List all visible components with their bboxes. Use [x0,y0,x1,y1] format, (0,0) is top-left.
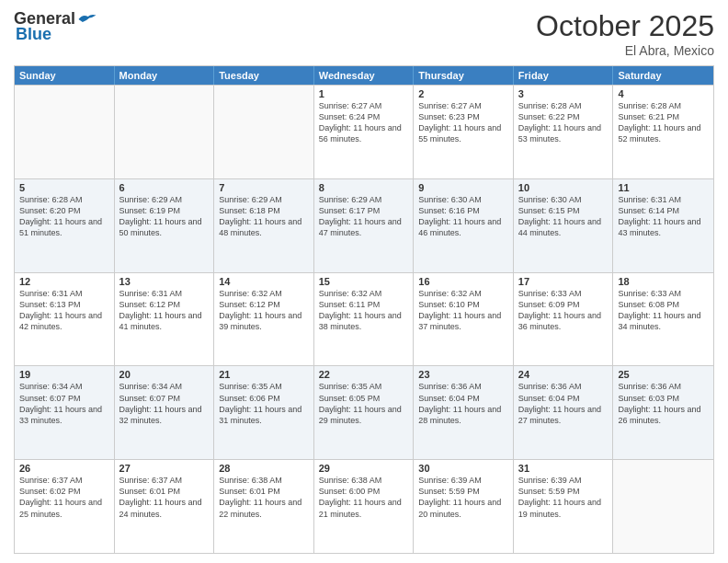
day-info: Sunrise: 6:38 AM Sunset: 6:01 PM Dayligh… [219,475,309,520]
day-info: Sunrise: 6:37 AM Sunset: 6:02 PM Dayligh… [19,475,109,520]
cal-cell-18: 18Sunrise: 6:33 AM Sunset: 6:08 PM Dayli… [613,273,713,366]
day-number: 27 [119,463,210,474]
day-number: 8 [319,182,409,193]
day-number: 14 [219,276,309,287]
cal-cell-27: 27Sunrise: 6:37 AM Sunset: 6:01 PM Dayli… [115,460,215,553]
cal-cell-26: 26Sunrise: 6:37 AM Sunset: 6:02 PM Dayli… [15,460,115,553]
cal-cell-14: 14Sunrise: 6:32 AM Sunset: 6:12 PM Dayli… [214,273,314,366]
calendar-row-1: 5Sunrise: 6:28 AM Sunset: 6:20 PM Daylig… [15,178,713,272]
header: General Blue October 2025 El Abra, Mexic… [14,9,714,58]
cal-cell-15: 15Sunrise: 6:32 AM Sunset: 6:11 PM Dayli… [314,273,415,366]
header-cell-monday: Monday [115,66,215,85]
cal-cell-13: 13Sunrise: 6:31 AM Sunset: 6:12 PM Dayli… [115,273,215,366]
day-number: 29 [319,463,409,474]
day-info: Sunrise: 6:36 AM Sunset: 6:04 PM Dayligh… [418,381,508,426]
day-info: Sunrise: 6:31 AM Sunset: 6:13 PM Dayligh… [19,288,109,333]
day-number: 10 [518,182,609,193]
cal-cell-1: 1Sunrise: 6:27 AM Sunset: 6:24 PM Daylig… [314,86,415,178]
day-info: Sunrise: 6:27 AM Sunset: 6:23 PM Dayligh… [418,100,508,145]
day-info: Sunrise: 6:31 AM Sunset: 6:14 PM Dayligh… [618,194,709,239]
day-number: 21 [219,369,309,380]
header-cell-thursday: Thursday [414,66,514,85]
day-info: Sunrise: 6:30 AM Sunset: 6:15 PM Dayligh… [518,194,609,239]
title-block: October 2025 El Abra, Mexico [536,9,714,58]
day-info: Sunrise: 6:29 AM Sunset: 6:19 PM Dayligh… [119,194,210,239]
day-info: Sunrise: 6:33 AM Sunset: 6:08 PM Dayligh… [618,288,709,333]
day-number: 5 [19,182,109,193]
day-info: Sunrise: 6:30 AM Sunset: 6:16 PM Dayligh… [418,194,508,239]
day-info: Sunrise: 6:28 AM Sunset: 6:21 PM Dayligh… [618,100,709,145]
day-number: 19 [19,369,109,380]
cal-cell-12: 12Sunrise: 6:31 AM Sunset: 6:13 PM Dayli… [15,273,115,366]
cal-cell-28: 28Sunrise: 6:38 AM Sunset: 6:01 PM Dayli… [214,460,314,553]
day-info: Sunrise: 6:28 AM Sunset: 6:22 PM Dayligh… [518,100,609,145]
day-number: 3 [518,88,609,99]
day-number: 31 [518,463,609,474]
day-number: 1 [319,88,409,99]
day-number: 28 [219,463,309,474]
day-info: Sunrise: 6:39 AM Sunset: 5:59 PM Dayligh… [518,475,609,520]
cal-cell-7: 7Sunrise: 6:29 AM Sunset: 6:18 PM Daylig… [214,179,314,272]
calendar-body: 1Sunrise: 6:27 AM Sunset: 6:24 PM Daylig… [15,85,713,553]
day-info: Sunrise: 6:32 AM Sunset: 6:11 PM Dayligh… [319,288,409,333]
cal-cell-empty-0-0 [15,86,115,178]
cal-cell-empty-0-2 [214,86,314,178]
day-info: Sunrise: 6:38 AM Sunset: 6:00 PM Dayligh… [319,475,409,520]
day-number: 25 [618,369,709,380]
cal-cell-2: 2Sunrise: 6:27 AM Sunset: 6:23 PM Daylig… [414,86,514,178]
day-number: 22 [319,369,409,380]
day-info: Sunrise: 6:29 AM Sunset: 6:17 PM Dayligh… [319,194,409,239]
day-info: Sunrise: 6:32 AM Sunset: 6:12 PM Dayligh… [219,288,309,333]
day-number: 9 [418,182,508,193]
day-number: 23 [418,369,508,380]
day-number: 24 [518,369,609,380]
cal-cell-16: 16Sunrise: 6:32 AM Sunset: 6:10 PM Dayli… [414,273,514,366]
logo-bird-icon [77,12,97,27]
page: General Blue October 2025 El Abra, Mexic… [0,0,728,563]
location: El Abra, Mexico [536,43,714,58]
day-info: Sunrise: 6:28 AM Sunset: 6:20 PM Dayligh… [19,194,109,239]
month-title: October 2025 [536,9,714,43]
cal-cell-19: 19Sunrise: 6:34 AM Sunset: 6:07 PM Dayli… [15,366,115,459]
calendar-row-0: 1Sunrise: 6:27 AM Sunset: 6:24 PM Daylig… [15,85,713,178]
day-number: 16 [418,276,508,287]
cal-cell-31: 31Sunrise: 6:39 AM Sunset: 5:59 PM Dayli… [514,460,614,553]
calendar-row-3: 19Sunrise: 6:34 AM Sunset: 6:07 PM Dayli… [15,365,713,459]
cal-cell-9: 9Sunrise: 6:30 AM Sunset: 6:16 PM Daylig… [414,179,514,272]
day-info: Sunrise: 6:35 AM Sunset: 6:05 PM Dayligh… [319,381,409,426]
day-info: Sunrise: 6:32 AM Sunset: 6:10 PM Dayligh… [418,288,508,333]
day-number: 17 [518,276,609,287]
day-info: Sunrise: 6:29 AM Sunset: 6:18 PM Dayligh… [219,194,309,239]
day-info: Sunrise: 6:36 AM Sunset: 6:04 PM Dayligh… [518,381,609,426]
cal-cell-25: 25Sunrise: 6:36 AM Sunset: 6:03 PM Dayli… [613,366,713,459]
header-cell-wednesday: Wednesday [314,66,415,85]
calendar: SundayMondayTuesdayWednesdayThursdayFrid… [14,65,714,554]
cal-cell-4: 4Sunrise: 6:28 AM Sunset: 6:21 PM Daylig… [613,86,713,178]
day-number: 15 [319,276,409,287]
day-number: 11 [618,182,709,193]
day-number: 20 [119,369,210,380]
calendar-row-4: 26Sunrise: 6:37 AM Sunset: 6:02 PM Dayli… [15,459,713,553]
logo: General Blue [14,9,97,44]
day-info: Sunrise: 6:35 AM Sunset: 6:06 PM Dayligh… [219,381,309,426]
day-info: Sunrise: 6:27 AM Sunset: 6:24 PM Dayligh… [319,100,409,145]
cal-cell-11: 11Sunrise: 6:31 AM Sunset: 6:14 PM Dayli… [613,179,713,272]
day-number: 13 [119,276,210,287]
header-cell-saturday: Saturday [613,66,713,85]
day-number: 6 [119,182,210,193]
header-cell-tuesday: Tuesday [214,66,314,85]
cal-cell-empty-0-1 [115,86,215,178]
cal-cell-24: 24Sunrise: 6:36 AM Sunset: 6:04 PM Dayli… [514,366,614,459]
cal-cell-20: 20Sunrise: 6:34 AM Sunset: 6:07 PM Dayli… [115,366,215,459]
day-info: Sunrise: 6:33 AM Sunset: 6:09 PM Dayligh… [518,288,609,333]
cal-cell-30: 30Sunrise: 6:39 AM Sunset: 5:59 PM Dayli… [414,460,514,553]
day-number: 4 [618,88,709,99]
cal-cell-empty-4-6 [613,460,713,553]
day-info: Sunrise: 6:34 AM Sunset: 6:07 PM Dayligh… [119,381,210,426]
day-number: 18 [618,276,709,287]
cal-cell-5: 5Sunrise: 6:28 AM Sunset: 6:20 PM Daylig… [15,179,115,272]
day-info: Sunrise: 6:31 AM Sunset: 6:12 PM Dayligh… [119,288,210,333]
day-info: Sunrise: 6:34 AM Sunset: 6:07 PM Dayligh… [19,381,109,426]
cal-cell-21: 21Sunrise: 6:35 AM Sunset: 6:06 PM Dayli… [214,366,314,459]
cal-cell-17: 17Sunrise: 6:33 AM Sunset: 6:09 PM Dayli… [514,273,614,366]
